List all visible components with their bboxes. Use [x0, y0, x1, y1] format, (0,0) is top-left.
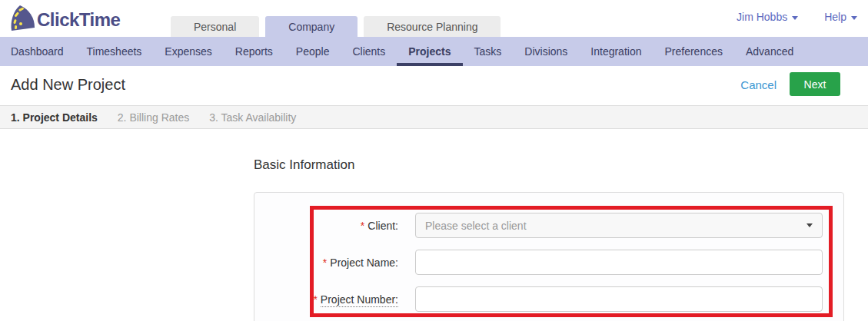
- nav-item-timesheets[interactable]: Timesheets: [75, 37, 154, 66]
- workspace-tabs: Personal Company Resource Planning: [171, 16, 501, 37]
- client-select[interactable]: Please select a client: [415, 213, 823, 238]
- nav-item-dashboard[interactable]: Dashboard: [0, 37, 75, 66]
- help-dropdown[interactable]: Help: [824, 11, 857, 23]
- title-bar: Add New Project Cancel Next: [0, 66, 868, 105]
- nav-item-advanced[interactable]: Advanced: [734, 37, 805, 66]
- tab-company[interactable]: Company: [265, 16, 358, 37]
- tab-resource-planning[interactable]: Resource Planning: [364, 16, 501, 37]
- project-name-label: *Project Name:: [306, 256, 398, 269]
- add-new-project-page: ClickTime Personal Company Resource Plan…: [0, 0, 868, 321]
- chevron-down-icon: [792, 16, 798, 20]
- brand-name: ClickTime: [37, 9, 120, 31]
- nav-item-projects[interactable]: Projects: [397, 37, 462, 66]
- nav-item-divisions[interactable]: Divisions: [513, 37, 579, 66]
- required-marker: *: [313, 293, 317, 306]
- next-button[interactable]: Next: [790, 72, 840, 96]
- nav-item-integration[interactable]: Integration: [579, 37, 653, 66]
- help-label: Help: [824, 11, 846, 23]
- project-name-input[interactable]: [415, 250, 823, 275]
- nav-item-expenses[interactable]: Expenses: [153, 37, 223, 66]
- nav-item-people[interactable]: People: [284, 37, 341, 66]
- project-number-input[interactable]: [415, 286, 823, 312]
- nav-item-reports[interactable]: Reports: [224, 37, 284, 66]
- wizard-steps: 1. Project Details 2. Billing Rates 3. T…: [0, 105, 868, 129]
- project-number-label: *Project Number:: [306, 293, 398, 306]
- user-menu: Jim Hobbs Help: [737, 11, 857, 23]
- page-title: Add New Project: [11, 76, 125, 94]
- required-marker: *: [323, 256, 327, 269]
- nav-item-preferences[interactable]: Preferences: [653, 37, 733, 66]
- cancel-button[interactable]: Cancel: [740, 78, 777, 91]
- client-label: *Client:: [306, 220, 398, 232]
- step-project-details[interactable]: 1. Project Details: [11, 111, 98, 124]
- clicktime-logo[interactable]: ClickTime: [9, 4, 120, 36]
- step-task-availability[interactable]: 3. Task Availability: [209, 111, 296, 124]
- main-nav: Dashboard Timesheets Expenses Reports Pe…: [0, 37, 868, 66]
- top-header: ClickTime Personal Company Resource Plan…: [0, 0, 868, 37]
- section-title: Basic Information: [254, 157, 354, 173]
- clicktime-logo-icon: [9, 4, 35, 36]
- nav-item-tasks[interactable]: Tasks: [463, 37, 514, 66]
- nav-item-clients[interactable]: Clients: [341, 37, 397, 66]
- user-name: Jim Hobbs: [737, 11, 787, 23]
- client-select-placeholder: Please select a client: [425, 220, 806, 232]
- chevron-down-icon: [806, 223, 813, 227]
- step-billing-rates[interactable]: 2. Billing Rates: [118, 111, 189, 124]
- user-dropdown[interactable]: Jim Hobbs: [737, 11, 798, 23]
- tab-personal[interactable]: Personal: [171, 16, 259, 37]
- required-marker: *: [361, 220, 364, 232]
- chevron-down-icon: [851, 16, 857, 20]
